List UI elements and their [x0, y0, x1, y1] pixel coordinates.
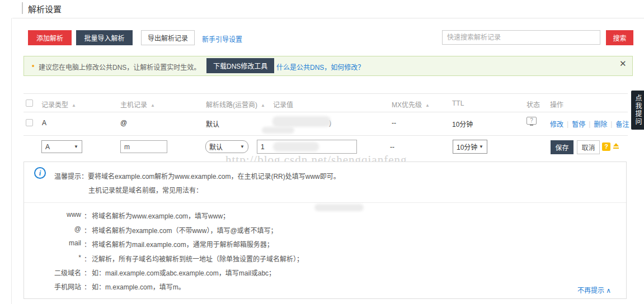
search-input[interactable]: [442, 30, 600, 45]
ask-question-tab[interactable]: 点我提问: [631, 91, 644, 130]
dismiss-tips-link[interactable]: 不再提示 ∧: [577, 285, 611, 294]
sort-asc-icon: ▲: [72, 103, 76, 108]
close-icon[interactable]: ✕: [619, 59, 627, 69]
export-records-button[interactable]: 导出解析记录: [141, 30, 195, 45]
redaction-blur: [262, 127, 294, 134]
status-monitor-icon[interactable]: ?: [527, 117, 537, 125]
tip-subtitle: 主机记录就是域名前缀，常见用法有：: [88, 185, 203, 194]
cell-ttl: 10分钟: [452, 119, 473, 129]
table-top-border: [23, 93, 628, 94]
table-row-border: [23, 135, 628, 136]
host-record-input[interactable]: [120, 140, 167, 153]
remark-link[interactable]: 备注: [615, 119, 629, 129]
tip-item-www: www：将域名解析为www.example.com，填写www；: [22, 211, 229, 220]
cell-line: 默认: [206, 119, 219, 129]
cancel-button[interactable]: 取消: [577, 140, 600, 154]
pause-link[interactable]: 暂停: [572, 119, 585, 129]
table-header-border: [23, 112, 628, 112]
batch-import-button[interactable]: 批量导入解析: [76, 30, 133, 45]
chevron-down-icon: ▼: [479, 144, 483, 149]
column-header-mx[interactable]: MX优先级▲: [392, 99, 430, 109]
modify-link[interactable]: 修改: [550, 119, 563, 129]
tip-title: 温馨提示：要将域名example.com解析为www.example.com，在…: [54, 171, 340, 180]
collapse-icon[interactable]: [613, 143, 619, 149]
row-checkbox[interactable]: [26, 119, 33, 126]
tip-item-subdomain: 二级域名：如：mail.example.com或abc.example.com，…: [22, 268, 275, 277]
bullet-icon: [32, 65, 34, 67]
line-select[interactable]: 默认 ▼: [205, 140, 248, 153]
notice-text: 建议您在电脑上修改公共DNS，让解析设置实时生效。: [39, 62, 200, 72]
delete-link[interactable]: 删除: [594, 119, 607, 129]
tip-item-wildcard: *：泛解析，所有子域名均被解析到统一地址（除单独设置的子域名解析）；: [22, 254, 303, 263]
column-header-type[interactable]: 记录类型▲: [41, 99, 76, 109]
guide-settings-link[interactable]: 新手引导设置: [202, 34, 242, 44]
content-left-border: [11, 18, 12, 304]
column-header-status: 状态: [527, 99, 540, 109]
action-separator: |: [567, 120, 568, 128]
action-separator: |: [589, 120, 590, 128]
action-separator: |: [610, 120, 612, 128]
edit-mx-value: --: [390, 143, 394, 151]
column-header-action: 操作: [550, 99, 563, 109]
page-title: 解析设置: [28, 3, 62, 15]
header-divider: [12, 18, 644, 18]
what-is-public-dns-link[interactable]: 什么是公共DNS，如何修改？: [276, 62, 364, 72]
info-icon: i: [34, 167, 46, 179]
record-type-select[interactable]: A ▼: [41, 140, 82, 153]
download-dns-tool-button[interactable]: 下载DNS修改工具: [206, 58, 274, 73]
sort-asc-icon: ▲: [261, 103, 265, 108]
help-icon[interactable]: ?: [602, 142, 610, 151]
ttl-select[interactable]: 10分钟 ▼: [453, 140, 487, 154]
column-header-line[interactable]: 解析线路(运营商)▲: [206, 99, 265, 109]
sort-asc-icon: ▲: [151, 103, 155, 108]
cell-mx: --: [392, 119, 396, 127]
save-button[interactable]: 保存: [551, 140, 574, 154]
redaction-blur: [314, 204, 364, 211]
tip-item-mail: mail：将域名解析为mail.example.com，通常用于解析邮箱服务器；: [22, 239, 274, 249]
tip-item-mobile: 手机网站：如：m.example.com，填写m。: [22, 282, 185, 291]
cell-record-type: A: [42, 119, 46, 127]
column-header-host[interactable]: 主机记录▲: [120, 99, 155, 109]
sort-asc-icon: ▲: [425, 103, 430, 108]
tip-item-at: @：将域名解析为example.com（不带www），填写@或者不填写；: [22, 225, 278, 235]
search-button[interactable]: 搜索: [606, 30, 633, 45]
redaction-blur: [272, 116, 331, 127]
add-record-button[interactable]: 添加解析: [28, 30, 72, 45]
row-actions: 修改 | 暂停 | 删除 | 备注: [550, 119, 629, 129]
column-header-ttl: TTL: [452, 99, 464, 107]
chevron-down-icon: ▼: [74, 144, 78, 149]
column-header-value: 记录值: [273, 99, 293, 109]
redaction-blur: [273, 142, 319, 151]
title-divider: [22, 2, 23, 14]
chevron-down-icon: ▼: [240, 144, 245, 149]
cell-host-record: @: [120, 119, 127, 127]
tip-divider: [24, 202, 626, 203]
select-all-checkbox[interactable]: [26, 99, 33, 107]
dns-settings-page: 解析设置 添加解析 批量导入解析 导出解析记录 新手引导设置 搜索 建议您在电脑…: [0, 0, 644, 304]
